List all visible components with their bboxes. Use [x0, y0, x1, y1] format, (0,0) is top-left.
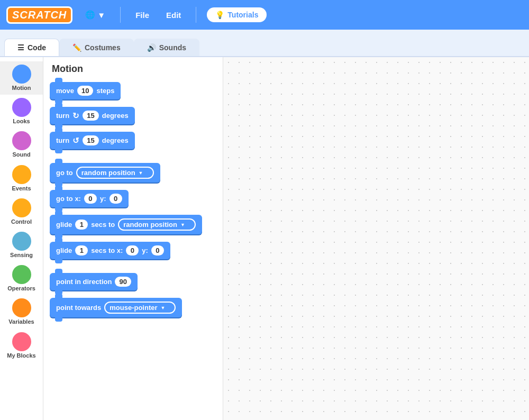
tab-sounds[interactable]: 🔊 Sounds — [134, 39, 199, 56]
turn-cw-degrees-input[interactable]: 15 — [83, 111, 98, 121]
canvas-area — [223, 57, 529, 420]
block-group-point-towards: point towards mouse-pointer — [50, 298, 216, 322]
topbar: SCRATCH 🌐 ▼ File Edit 💡 Tutorials — [0, 0, 529, 30]
goto-text: go to — [56, 169, 73, 177]
block-glide-rand[interactable]: glide 1 secs to random position — [50, 215, 202, 234]
events-dot — [12, 165, 31, 184]
block-turn-cw[interactable]: turn ↻ 15 degrees — [50, 107, 135, 124]
control-label: Control — [11, 218, 32, 225]
goto-x-input[interactable]: 0 — [84, 194, 97, 204]
block-group-glide-xy: glide 1 secs to x: 0 y: 0 — [50, 242, 216, 263]
sounds-tab-label: Sounds — [159, 43, 186, 52]
sidebar: Motion Looks Sound Events Control Sensin… — [0, 57, 43, 420]
move-steps-label: steps — [96, 87, 114, 95]
panel-title: Motion — [50, 63, 216, 75]
events-label: Events — [12, 185, 31, 192]
motion-dot — [12, 65, 31, 84]
block-goto-xy[interactable]: go to x: 0 y: 0 — [50, 190, 129, 207]
point-dir-text: point in direction — [56, 278, 112, 286]
block-group-move: move 10 steps — [50, 82, 216, 104]
glide-xy-y-input[interactable]: 0 — [151, 245, 164, 255]
blocks-panel: Motion move 10 steps turn ↻ 15 degrees t… — [43, 57, 223, 420]
goto-xy-text: go to x: — [56, 195, 81, 203]
block-goto[interactable]: go to random position — [50, 163, 160, 182]
point-dir-input[interactable]: 90 — [115, 277, 131, 287]
operators-label: Operators — [7, 285, 35, 292]
spacer1 — [50, 157, 216, 163]
glide-xy-text: glide — [56, 246, 72, 254]
sidebar-item-events[interactable]: Events — [0, 162, 43, 195]
globe-button[interactable]: 🌐 ▼ — [81, 8, 110, 22]
tabbar: ☰ Code ✏️ Costumes 🔊 Sounds — [0, 30, 529, 57]
sidebar-item-operators[interactable]: Operators — [0, 262, 43, 295]
tutorials-button[interactable]: 💡 Tutorials — [207, 7, 267, 22]
sidebar-item-variables[interactable]: Variables — [0, 295, 43, 328]
sensing-dot — [12, 232, 31, 251]
globe-arrow-icon: ▼ — [97, 11, 105, 20]
operators-dot — [12, 265, 31, 284]
glide-rand-dropdown[interactable]: random position — [118, 218, 196, 231]
spacer2 — [50, 267, 216, 273]
code-tab-icon: ☰ — [17, 43, 24, 52]
turn-ccw-text: turn — [56, 136, 69, 144]
glide-rand-secs-label: secs to — [91, 221, 115, 229]
glide-xy-x-input[interactable]: 0 — [126, 245, 139, 255]
sidebar-item-myblocks[interactable]: My Blocks — [0, 329, 43, 362]
block-group-goto-xy: go to x: 0 y: 0 — [50, 190, 216, 212]
variables-label: Variables — [8, 318, 34, 325]
glide-xy-y-label: y: — [142, 246, 148, 254]
main-area: Motion Looks Sound Events Control Sensin… — [0, 57, 529, 420]
file-label: File — [135, 11, 149, 20]
scratch-logo[interactable]: SCRATCH — [6, 6, 72, 24]
move-steps-input[interactable]: 10 — [77, 86, 93, 96]
tab-costumes[interactable]: ✏️ Costumes — [59, 39, 134, 56]
point-towards-dropdown[interactable]: mouse-pointer — [104, 302, 176, 314]
move-text: move — [56, 87, 74, 95]
turn-ccw-degrees-label: degrees — [102, 136, 129, 144]
sidebar-item-control[interactable]: Control — [0, 195, 43, 229]
glide-xy-secs-label: secs to x: — [91, 246, 123, 254]
glide-xy-secs-input[interactable]: 1 — [75, 245, 88, 255]
edit-menu-button[interactable]: Edit — [162, 8, 185, 22]
block-group-turn-cw: turn ↻ 15 degrees — [50, 107, 216, 129]
edit-label: Edit — [166, 11, 181, 20]
looks-label: Looks — [13, 118, 30, 125]
myblocks-label: My Blocks — [7, 352, 35, 359]
sensing-label: Sensing — [10, 252, 33, 259]
globe-icon: 🌐 — [85, 10, 95, 20]
turn-ccw-degrees-input[interactable]: 15 — [83, 135, 98, 145]
block-group-goto: go to random position — [50, 163, 216, 187]
block-turn-ccw[interactable]: turn ↺ 15 degrees — [50, 132, 135, 149]
goto-y-input[interactable]: 0 — [110, 194, 122, 204]
sound-label: Sound — [12, 151, 30, 158]
block-group-glide-rand: glide 1 secs to random position — [50, 215, 216, 239]
divider — [120, 7, 121, 23]
turn-ccw-icon: ↺ — [72, 136, 79, 145]
glide-rand-secs-input[interactable]: 1 — [75, 220, 88, 230]
looks-dot — [12, 98, 31, 117]
sidebar-item-motion[interactable]: Motion — [0, 61, 43, 95]
sounds-tab-icon: 🔊 — [147, 43, 156, 52]
turn-cw-text: turn — [56, 112, 69, 120]
costumes-tab-icon: ✏️ — [72, 43, 81, 52]
block-point-towards[interactable]: point towards mouse-pointer — [50, 298, 182, 317]
goto-dropdown[interactable]: random position — [76, 167, 154, 179]
sidebar-item-sensing[interactable]: Sensing — [0, 229, 43, 262]
goto-xy-y-label: y: — [100, 195, 106, 203]
tutorials-label: Tutorials — [227, 11, 258, 19]
block-move[interactable]: move 10 steps — [50, 82, 121, 99]
control-dot — [12, 198, 31, 217]
costumes-tab-label: Costumes — [85, 43, 121, 52]
sound-dot — [12, 131, 31, 150]
myblocks-dot — [12, 332, 31, 351]
file-menu-button[interactable]: File — [131, 8, 153, 22]
block-point-dir[interactable]: point in direction 90 — [50, 273, 138, 290]
block-glide-xy[interactable]: glide 1 secs to x: 0 y: 0 — [50, 242, 170, 259]
block-group-point-dir: point in direction 90 — [50, 273, 216, 295]
code-tab-label: Code — [28, 43, 46, 52]
tab-code[interactable]: ☰ Code — [4, 39, 59, 56]
sidebar-item-looks[interactable]: Looks — [0, 95, 43, 128]
sidebar-item-sound[interactable]: Sound — [0, 128, 43, 161]
bulb-icon: 💡 — [215, 11, 224, 19]
divider2 — [196, 7, 196, 23]
